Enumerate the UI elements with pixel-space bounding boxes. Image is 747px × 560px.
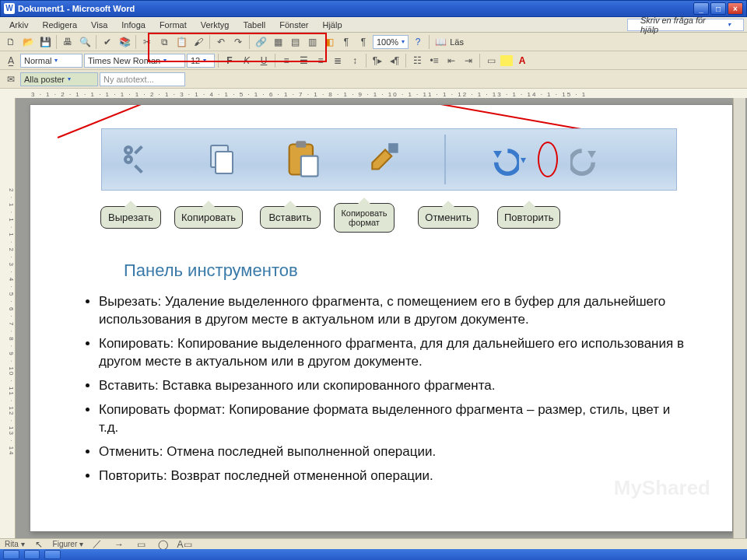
- list-item: Копировать: Копирование выделенного фраг…: [99, 335, 693, 371]
- mailmerge-toolbar: ✉ Alla poster ▾ Ny autotext...: [0, 70, 747, 89]
- rtl-icon[interactable]: ◂¶: [387, 53, 402, 68]
- format-painter-icon[interactable]: 🖌: [191, 34, 206, 50]
- italic-icon[interactable]: K: [239, 53, 254, 68]
- document-page: ▾ Вырезать Копировать Вставить Копироват…: [30, 104, 733, 532]
- callout-format-painter-label: Копировать формат: [341, 208, 387, 227]
- table-icon[interactable]: ▦: [270, 34, 286, 50]
- list-item-text: Повторить: Возврат последней отмененной …: [99, 468, 433, 483]
- word-icon: W: [4, 3, 15, 14]
- print-preview-icon[interactable]: 🔍: [77, 34, 93, 50]
- envelope-icon[interactable]: ✉: [3, 72, 19, 87]
- zoom-value: 100%: [377, 37, 398, 47]
- list-item-text: Копировать: Копирование выделенного фраг…: [99, 336, 684, 369]
- highlight-icon[interactable]: [500, 55, 513, 66]
- print-icon[interactable]: 🖶: [60, 34, 75, 50]
- menu-fonster[interactable]: Fönster: [273, 19, 314, 31]
- menu-hjalp[interactable]: Hjälp: [316, 19, 348, 31]
- font-color-icon[interactable]: A: [514, 53, 530, 68]
- paste-icon[interactable]: 📋: [174, 34, 189, 50]
- doc-map-icon[interactable]: ¶: [338, 34, 354, 50]
- list-item-text: Копировать формат: Копирование формата в…: [99, 402, 670, 435]
- help-placeholder: Skriv en fråga för hjälp: [634, 14, 721, 36]
- zoom-field[interactable]: 100% ▾: [373, 35, 409, 49]
- svg-rect-5: [296, 141, 306, 148]
- open-icon[interactable]: 📂: [20, 34, 36, 50]
- document-area: 2 · 1 · 1 · 1 · 2 · 3 · 4 · 5 · 6 · 7 · …: [0, 98, 747, 538]
- close-button[interactable]: ×: [728, 2, 743, 15]
- menu-verktyg[interactable]: Verktyg: [195, 19, 236, 31]
- redo-icon[interactable]: ↷: [230, 34, 246, 50]
- borders-icon[interactable]: ▭: [483, 53, 499, 68]
- save-icon[interactable]: 💾: [37, 34, 53, 50]
- excel-icon[interactable]: ▤: [287, 34, 303, 50]
- font-value: Times New Roman: [88, 56, 160, 65]
- styles-pane-icon[interactable]: A̲: [3, 53, 19, 68]
- posts-label: Alla poster: [24, 75, 65, 84]
- list-item: Вставить: Вставка вырезанного или скопир…: [99, 377, 693, 395]
- copy-icon[interactable]: ⧉: [156, 34, 172, 50]
- chevron-down-icon: ▾: [203, 57, 206, 64]
- font-size-dropdown[interactable]: 12 ▾: [187, 54, 215, 68]
- formatting-toolbar: A̲ Normal ▾ Times New Roman ▾ 12 ▾ F K U…: [0, 51, 747, 70]
- svg-rect-7: [388, 143, 398, 153]
- underline-icon[interactable]: U: [256, 53, 272, 68]
- callout-redo: Повторить: [497, 206, 560, 229]
- zoom-undo-icon: ▾: [482, 136, 528, 183]
- menu-bar: Arkiv Redigera Visa Infoga Format Verkty…: [0, 17, 747, 33]
- dec-indent-icon[interactable]: ⇤: [444, 53, 459, 68]
- menu-arkiv[interactable]: Arkiv: [3, 19, 34, 31]
- autotext-button[interactable]: Ny autotext...: [100, 72, 185, 86]
- menu-infoga[interactable]: Infoga: [115, 19, 152, 31]
- list-item-text: Отменить: Отмена последней выполненной о…: [99, 444, 436, 459]
- drawing-toolbar: Rita ▾ ↖ Figurer ▾ ／ → ▭ ◯ A▭: [0, 538, 747, 549]
- draw-menu[interactable]: Rita ▾: [5, 540, 25, 548]
- taskbar-item[interactable]: [3, 550, 19, 559]
- bulleted-list-icon[interactable]: •≡: [426, 53, 442, 68]
- cut-icon[interactable]: ✂: [139, 34, 155, 50]
- align-right-icon[interactable]: ≡: [313, 53, 328, 68]
- list-item: Копировать формат: Копирование формата в…: [99, 401, 693, 437]
- menu-format[interactable]: Format: [153, 19, 193, 31]
- new-doc-icon[interactable]: 🗋: [3, 34, 19, 50]
- undo-icon[interactable]: ↶: [213, 34, 229, 50]
- taskbar-item[interactable]: [44, 550, 61, 559]
- menu-tabell[interactable]: Tabell: [237, 19, 272, 31]
- font-dropdown[interactable]: Times New Roman ▾: [84, 54, 185, 68]
- callout-copy-label: Копировать: [181, 212, 236, 223]
- help-icon[interactable]: ?: [410, 34, 426, 50]
- list-item: Вырезать: Удаление выделенного фрагмента…: [99, 293, 693, 329]
- shapes-menu[interactable]: Figurer ▾: [53, 540, 83, 548]
- inc-indent-icon[interactable]: ⇥: [461, 53, 476, 68]
- style-dropdown[interactable]: Normal ▾: [20, 54, 82, 68]
- numbered-list-icon[interactable]: ☷: [409, 53, 425, 68]
- research-icon[interactable]: 📚: [117, 34, 132, 50]
- bold-icon[interactable]: F: [222, 53, 237, 68]
- clipboard-toolbar-zoom: ▾: [101, 128, 677, 191]
- align-left-icon[interactable]: ≡: [279, 53, 294, 68]
- menu-redigera[interactable]: Redigera: [36, 19, 83, 31]
- ltr-icon[interactable]: ¶▸: [370, 53, 385, 68]
- columns-icon[interactable]: ▥: [304, 34, 320, 50]
- line-spacing-icon[interactable]: ↕: [347, 53, 363, 68]
- callout-cut-label: Вырезать: [108, 212, 153, 223]
- posts-dropdown[interactable]: Alla poster ▾: [20, 72, 98, 86]
- read-mode-icon[interactable]: 📖: [433, 34, 448, 50]
- justify-icon[interactable]: ≣: [330, 53, 345, 68]
- align-center-icon[interactable]: ☰: [296, 53, 311, 68]
- standard-toolbar: 🗋 📂 💾 🖶 🔍 ✔ 📚 ✂ ⧉ 📋 🖌 ↶ ↷ 🔗 ▦ ▤ ▥ ◧ ¶ ¶ …: [0, 33, 747, 51]
- zoom-redo-icon: [564, 136, 611, 183]
- taskbar-item[interactable]: [24, 550, 40, 559]
- drawing-toggle-icon[interactable]: ◧: [321, 34, 337, 50]
- help-search-input[interactable]: Skriv en fråga för hjälp ▾: [627, 19, 744, 31]
- callout-paste: Вставить: [260, 206, 321, 229]
- callout-redo-label: Повторить: [504, 212, 553, 223]
- menu-visa[interactable]: Visa: [85, 19, 114, 31]
- hyperlink-icon[interactable]: 🔗: [253, 34, 268, 50]
- section-heading-text: Панель инструментов: [124, 261, 298, 280]
- vertical-ruler: 2 · 1 · 1 · 1 · 2 · 3 · 4 · 5 · 6 · 7 · …: [0, 98, 16, 538]
- vertical-scrollbar[interactable]: [733, 98, 745, 538]
- list-item: Отменить: Отмена последней выполненной о…: [99, 443, 693, 461]
- spellcheck-icon[interactable]: ✔: [100, 34, 115, 50]
- chevron-down-icon: ▾: [402, 38, 405, 45]
- show-marks-icon[interactable]: ¶: [356, 34, 371, 50]
